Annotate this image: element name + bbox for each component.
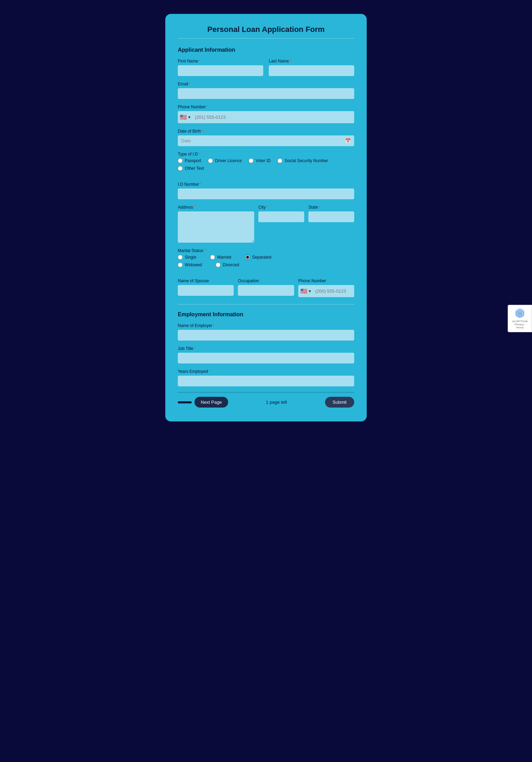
- next-page-button[interactable]: Next Page: [194, 397, 228, 408]
- section-separator: [178, 304, 354, 304]
- first-name-label: First Name*: [178, 59, 263, 64]
- radio-widowed-input[interactable]: [178, 262, 183, 267]
- state-input[interactable]: [308, 211, 354, 222]
- marital-status-label: Marital Status*: [178, 248, 354, 253]
- id-number-label: I.D Number*: [178, 182, 354, 187]
- radio-other-text-input[interactable]: [178, 166, 183, 171]
- phone-label: Phone Number*: [178, 104, 354, 109]
- email-label: Email*: [178, 82, 354, 86]
- spouse-us-flag-icon: 🇺🇸: [300, 288, 307, 294]
- city-label: City*: [258, 205, 304, 210]
- recaptcha-text: reCAPTCHAPrivacy - Terms: [511, 320, 529, 329]
- progress-bar: [178, 401, 192, 403]
- radio-separated[interactable]: Separated: [245, 255, 271, 260]
- phone-input-wrap: 🇺🇸 ▾: [178, 111, 354, 123]
- dob-label: Date of Birth*: [178, 129, 354, 134]
- spouse-phone-wrap: 🇺🇸 ▾: [298, 285, 354, 297]
- radio-driver-licence-input[interactable]: [208, 158, 213, 163]
- address-label: Address*: [178, 205, 254, 210]
- dob-input[interactable]: Date 📅: [178, 135, 354, 146]
- radio-divorced[interactable]: Divorced: [216, 262, 239, 267]
- state-label: State*: [308, 205, 354, 210]
- radio-widowed-label: Widowed: [185, 262, 202, 267]
- radio-single-label: Single: [185, 255, 196, 260]
- first-name-input[interactable]: [178, 65, 263, 76]
- radio-voter-id[interactable]: Voter ID: [249, 158, 271, 163]
- submit-button[interactable]: Submit: [325, 397, 354, 408]
- radio-voter-id-label: Voter ID: [256, 158, 271, 163]
- dob-placeholder: Date: [181, 138, 191, 143]
- radio-driver-licence-label: Driver Licence: [215, 158, 242, 163]
- city-input[interactable]: [258, 211, 304, 222]
- employer-name-input[interactable]: [178, 330, 354, 341]
- radio-other-text-label: Other Text: [185, 166, 204, 171]
- occupation-label: Occupation: [238, 278, 294, 283]
- radio-separated-input[interactable]: [245, 255, 250, 260]
- radio-divorced-label: Divorced: [223, 262, 239, 267]
- radio-single[interactable]: Single: [178, 255, 196, 260]
- radio-passport-input[interactable]: [178, 158, 183, 163]
- radio-voter-id-input[interactable]: [249, 158, 253, 163]
- radio-single-input[interactable]: [178, 255, 183, 260]
- radio-widowed[interactable]: Widowed: [178, 262, 202, 267]
- id-type-label: Type of I.D*: [178, 152, 354, 157]
- email-input[interactable]: [178, 88, 354, 99]
- id-number-input[interactable]: [178, 189, 354, 199]
- phone-input[interactable]: [193, 112, 354, 123]
- marital-row-2: Widowed Divorced: [178, 262, 354, 267]
- employer-name-label: Name of Employer*: [178, 323, 354, 328]
- spouse-phone-input[interactable]: [313, 286, 354, 296]
- radio-separated-label: Separated: [252, 255, 271, 260]
- radio-social-security[interactable]: Social Security Number: [277, 158, 328, 163]
- radio-married[interactable]: Married: [210, 255, 231, 260]
- radio-driver-licence[interactable]: Driver Licence: [208, 158, 242, 163]
- spouse-row: Name of Spouse Occupation Phone Number 🇺…: [178, 278, 354, 297]
- spouse-phone-label: Phone Number: [298, 278, 354, 283]
- address-input[interactable]: [178, 211, 254, 243]
- radio-divorced-input[interactable]: [216, 262, 221, 267]
- spouse-name-label: Name of Spouse: [178, 278, 234, 283]
- radio-passport-label: Passport: [185, 158, 201, 163]
- bottom-left: Next Page: [178, 397, 228, 408]
- job-title-label: Job Title*: [178, 346, 354, 351]
- occupation-input[interactable]: [238, 285, 294, 296]
- radio-social-security-input[interactable]: [277, 158, 282, 163]
- form-container: Personal Loan Application Form Applicant…: [165, 14, 367, 421]
- calendar-icon: 📅: [345, 138, 351, 143]
- applicant-section-title: Applicant Information: [178, 47, 354, 53]
- spouse-name-input[interactable]: [178, 285, 234, 296]
- years-employed-label: Years Employed*: [178, 369, 354, 374]
- spouse-phone-flag[interactable]: 🇺🇸 ▾: [298, 285, 313, 297]
- recaptcha-icon: [515, 308, 525, 318]
- radio-other-text[interactable]: Other Text: [178, 166, 204, 171]
- recaptcha-widget: reCAPTCHAPrivacy - Terms: [508, 305, 532, 332]
- form-title: Personal Loan Application Form: [178, 25, 354, 39]
- id-type-radio-group: Passport Driver Licence Voter ID Social …: [178, 158, 354, 171]
- phone-flag-selector[interactable]: 🇺🇸 ▾: [178, 111, 193, 123]
- last-name-input[interactable]: [269, 65, 354, 76]
- job-title-input[interactable]: [178, 353, 354, 363]
- employment-section-title: Employment Information: [178, 311, 354, 318]
- address-row: Address* City* State*: [178, 205, 354, 243]
- last-name-label: Last Name*: [269, 59, 354, 64]
- page-count: 1 page left: [266, 400, 287, 405]
- radio-married-input[interactable]: [210, 255, 215, 260]
- marital-row-1: Single Married Separated: [178, 255, 354, 260]
- radio-passport[interactable]: Passport: [178, 158, 201, 163]
- bottom-bar: Next Page 1 page left Submit: [178, 392, 354, 408]
- us-flag-icon: 🇺🇸: [180, 114, 187, 120]
- radio-social-security-label: Social Security Number: [284, 158, 328, 163]
- radio-married-label: Married: [217, 255, 231, 260]
- years-employed-input[interactable]: [178, 376, 354, 386]
